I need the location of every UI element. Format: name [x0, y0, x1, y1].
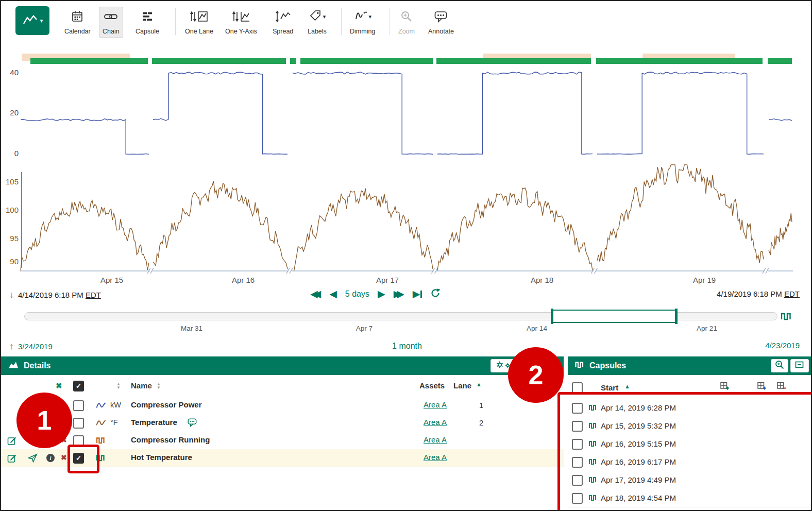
- display-range-start: ↓ 4/14/2019 6:18 PM EDT: [9, 289, 101, 300]
- remove-column-icon[interactable]: [777, 381, 786, 393]
- one-lane-icon: [190, 9, 208, 24]
- display-range-start-date: 4/14/2019 6:18 PM EDT: [18, 291, 101, 299]
- column-header-name[interactable]: Name: [131, 381, 152, 390]
- timezone-link[interactable]: EDT: [86, 291, 101, 299]
- column-header-start[interactable]: Start: [601, 383, 618, 392]
- area-chart-icon: [8, 360, 19, 371]
- signal-icon: [96, 419, 106, 429]
- investigate-range-start: ↑ 3/24/2019: [9, 341, 53, 352]
- spread-icon: [274, 9, 292, 24]
- item-name: Temperature: [131, 418, 177, 427]
- column-header-lane[interactable]: Lane: [453, 381, 471, 390]
- toolbar-label-capsule: Capsule: [136, 28, 159, 35]
- toolbar-item-one-lane[interactable]: One Lane: [181, 7, 217, 38]
- asset-link[interactable]: Area A: [424, 400, 447, 409]
- toolbar-label-one-y-axis: One Y-Axis: [225, 28, 257, 35]
- scrubber-tick-label: Apr 21: [684, 325, 730, 332]
- capsules-panel-title: Capsules: [589, 361, 626, 370]
- annotation-box-checkbox: [67, 445, 99, 473]
- item-name: Compressor Power: [131, 400, 202, 409]
- pan-back-button[interactable]: ◀: [329, 289, 337, 299]
- sort-icon[interactable]: ▲▼: [116, 382, 121, 389]
- capsules-zoom-button[interactable]: [771, 359, 788, 372]
- toolbar-label-spread: Spread: [273, 28, 293, 35]
- toolbar-separator: [175, 8, 176, 35]
- trend-view-button[interactable]: ▾: [15, 6, 49, 35]
- investigate-start-date: 3/24/2019: [18, 342, 53, 351]
- seeq-workbench: ▾ Calendar Chain Capsule One Lane One Y-…: [0, 0, 812, 511]
- pan-to-end-button[interactable]: ▶: [413, 289, 422, 299]
- asset-link[interactable]: Area A: [424, 418, 447, 427]
- pan-forward-fast-button[interactable]: ▶▶: [394, 289, 404, 299]
- display-range-end: 4/19/2019 6:18 PM EDT: [717, 289, 800, 299]
- toolbar-label-zoom: Zoom: [398, 28, 415, 35]
- toolbar-item-capsule[interactable]: Capsule: [132, 7, 163, 38]
- toolbar-label-dimming: Dimming: [350, 28, 375, 35]
- add-column-icon[interactable]: [757, 381, 767, 393]
- y-axis-tick-label: 0: [2, 149, 19, 158]
- x-axis-tick-label: Apr 19: [681, 276, 728, 284]
- display-range-selector[interactable]: [551, 310, 677, 323]
- toolbar-item-spread[interactable]: Spread: [269, 7, 297, 38]
- chevron-down-icon: ▾: [40, 18, 43, 24]
- item-name: Compressor Running: [131, 435, 210, 444]
- capsule-lane-icon: [780, 311, 793, 324]
- asset-link[interactable]: Area A: [424, 435, 447, 444]
- x-axis-tick-label: Apr 15: [89, 276, 135, 284]
- asset-link[interactable]: Area A: [424, 453, 447, 462]
- column-header-assets[interactable]: Assets: [419, 381, 445, 390]
- toolbar-item-chain[interactable]: Chain: [99, 7, 123, 38]
- y-axis-tick-label: 105: [2, 177, 19, 186]
- sort-icon[interactable]: ▲▼: [157, 382, 161, 389]
- toolbar-item-labels[interactable]: ▾ Labels: [304, 7, 330, 38]
- collapse-icon: [794, 360, 805, 371]
- toolbar-item-annotate[interactable]: Annotate: [425, 7, 458, 38]
- row-checkbox[interactable]: [73, 400, 84, 411]
- remove-all-icon[interactable]: ✖: [56, 381, 62, 390]
- refresh-button[interactable]: [430, 288, 441, 300]
- remove-icon[interactable]: ✖: [61, 453, 67, 462]
- capsules-collapse-button[interactable]: [790, 359, 809, 372]
- selector-right-handle[interactable]: [675, 309, 678, 324]
- pan-back-fast-button[interactable]: ◀◀: [310, 289, 321, 299]
- time-navigation: ◀◀ ◀ 5 days ▶ ▶▶ ▶: [310, 288, 441, 300]
- toolbar-separator: [390, 8, 390, 35]
- y-axis-tick-label: 100: [2, 206, 19, 214]
- derive-icon[interactable]: [28, 453, 38, 465]
- toolbar-item-zoom: Zoom: [395, 7, 418, 38]
- toolbar-item-calendar[interactable]: Calendar: [61, 7, 94, 38]
- details-row-temperature[interactable]: °F Temperature Area A 2: [1, 414, 564, 432]
- x-axis-tick-label: Apr 18: [519, 276, 565, 284]
- unit-label: °F: [110, 418, 118, 427]
- selector-left-handle[interactable]: [551, 309, 553, 324]
- signal-icon: [96, 401, 106, 412]
- toolbar-label-labels: Labels: [308, 28, 327, 35]
- range-start-arrow-icon: ↓: [9, 289, 14, 300]
- timezone-link[interactable]: EDT: [784, 289, 800, 298]
- details-table-header: ✖ ▲▼ Name ▲▼ Assets Lane ▲: [1, 375, 564, 397]
- toolbar-item-dimming[interactable]: ▾ Dimming: [346, 7, 379, 38]
- toolbar-label-calendar: Calendar: [64, 28, 91, 35]
- chevron-down-icon: ▾: [323, 13, 326, 20]
- lane-number: 2: [479, 418, 483, 427]
- toolbar-item-one-y-axis[interactable]: One Y-Axis: [222, 7, 261, 38]
- edit-icon[interactable]: [7, 453, 17, 465]
- select-all-capsules-checkbox[interactable]: [572, 382, 583, 393]
- pan-forward-button[interactable]: ▶: [378, 289, 385, 299]
- comment-icon[interactable]: [188, 418, 197, 429]
- chain-icon: [104, 9, 118, 24]
- duration-button[interactable]: 5 days: [345, 289, 369, 299]
- info-icon[interactable]: i: [46, 454, 55, 462]
- add-stat-column-icon[interactable]: [720, 381, 730, 393]
- edit-icon[interactable]: [7, 436, 17, 448]
- details-row-compressor-power[interactable]: kW Compressor Power Area A 1: [1, 397, 564, 415]
- sort-asc-icon[interactable]: ▲: [624, 383, 630, 389]
- trend-chart[interactable]: [1, 50, 812, 279]
- toolbar: ▾ Calendar Chain Capsule One Lane One Y-…: [1, 1, 811, 49]
- select-all-checkbox[interactable]: [73, 381, 84, 391]
- details-panel-title: Details: [24, 361, 50, 370]
- row-checkbox[interactable]: [73, 418, 84, 429]
- annotate-icon: [434, 9, 448, 24]
- sort-asc-icon[interactable]: ▲: [476, 381, 482, 387]
- toolbar-label-one-lane: One Lane: [185, 28, 213, 35]
